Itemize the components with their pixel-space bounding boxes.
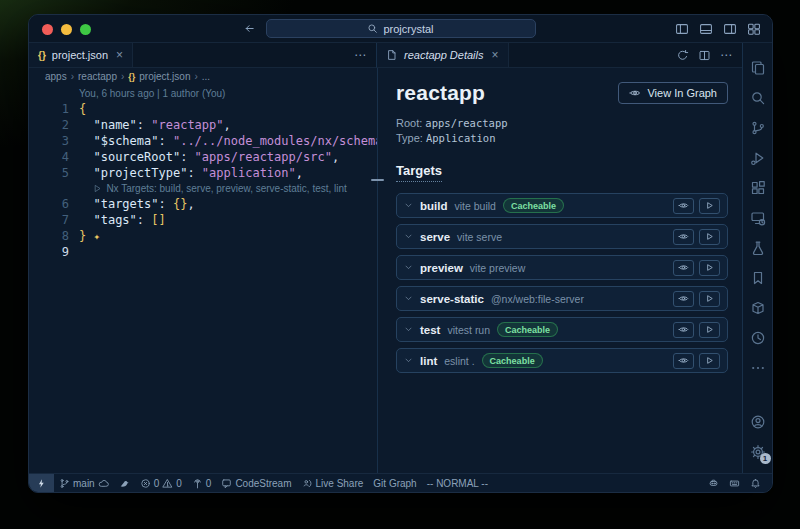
editor-split-divider[interactable] <box>377 68 378 473</box>
run-target-button[interactable] <box>699 260 720 276</box>
run-target-button[interactable] <box>699 229 720 245</box>
target-row-preview[interactable]: previewvite preview <box>396 255 728 280</box>
status-git-graph[interactable]: Git Graph <box>368 474 421 492</box>
status-git-branch[interactable]: main <box>54 474 114 492</box>
breadcrumb-item[interactable]: project.json <box>139 71 190 82</box>
breadcrumb-item[interactable]: apps <box>45 71 67 82</box>
codelens[interactable]: You, 6 hours ago | 1 author (You) <box>79 86 225 101</box>
code-line[interactable]: 1{ <box>29 101 377 117</box>
activity-item-more-views[interactable] <box>743 353 773 383</box>
close-window-button[interactable] <box>42 24 53 35</box>
code-line[interactable]: 9 <box>29 244 377 260</box>
status-keyboard[interactable] <box>724 474 745 492</box>
breadcrumb-item[interactable]: ... <box>202 71 210 82</box>
command-center-search[interactable]: projcrystal <box>266 19 536 38</box>
activity-item-bookmarks[interactable] <box>743 263 773 293</box>
activity-item-settings-gear[interactable]: 1 <box>743 437 773 467</box>
view-in-graph-button[interactable]: View In Graph <box>618 82 728 104</box>
activity-item-nx-console[interactable] <box>743 293 773 323</box>
chevron-down-icon[interactable] <box>404 294 413 303</box>
code-token: "$schema" <box>93 134 158 148</box>
chevron-down-icon[interactable] <box>404 263 413 272</box>
close-icon[interactable]: × <box>492 48 499 62</box>
status-label: Live Share <box>316 478 364 489</box>
eye-icon <box>678 355 689 366</box>
code-line[interactable]: 2 "name": "reactapp", <box>29 117 377 133</box>
refresh-icon[interactable] <box>676 49 689 62</box>
status-live-share[interactable]: Live Share <box>297 474 369 492</box>
breadcrumb-item[interactable]: reactapp <box>78 71 117 82</box>
status-remote-indicator[interactable] <box>29 474 54 492</box>
view-target-button[interactable] <box>673 260 694 276</box>
activity-item-account[interactable] <box>743 407 773 437</box>
activity-item-extensions[interactable] <box>743 173 773 203</box>
close-icon[interactable]: × <box>116 48 123 62</box>
view-target-button[interactable] <box>673 291 694 307</box>
chevron-down-icon[interactable] <box>404 201 413 210</box>
target-row-serve[interactable]: servevite serve <box>396 224 728 249</box>
code-line[interactable]: 5 "projectType": "application", <box>29 165 377 181</box>
sash-handle[interactable] <box>371 179 384 181</box>
target-row-build[interactable]: buildvite buildCacheable <box>396 193 728 218</box>
run-target-button[interactable] <box>699 353 720 369</box>
split-editor-icon[interactable] <box>698 49 711 62</box>
tab-label: project.json <box>52 49 108 61</box>
status-codestream[interactable]: CodeStream <box>216 474 296 492</box>
code-line[interactable]: 8} ✦ <box>29 228 377 244</box>
play-icon <box>704 231 715 242</box>
settings-badge: 1 <box>760 453 771 464</box>
remote-explorer-icon <box>750 210 766 226</box>
more-actions-icon[interactable]: ⋯ <box>345 48 376 62</box>
tab-reactapp-details[interactable]: reactapp Details × <box>377 43 509 67</box>
code-line[interactable]: 7 "tags": [] <box>29 212 377 228</box>
code-line[interactable]: 3 "$schema": "../../node_modules/nx/sche… <box>29 133 377 149</box>
type-value: Application <box>426 132 496 144</box>
layout-sidebar-left-icon[interactable] <box>675 22 689 36</box>
view-target-button[interactable] <box>673 229 694 245</box>
code-token <box>79 134 93 148</box>
activity-item-run-and-debug[interactable] <box>743 143 773 173</box>
layout-panel-icon[interactable] <box>699 22 713 36</box>
target-command: vite preview <box>470 262 525 274</box>
activity-item-remote-explorer[interactable] <box>743 203 773 233</box>
chevron-down-icon[interactable] <box>404 325 413 334</box>
status-copilot[interactable] <box>703 474 724 492</box>
status-problems[interactable]: 00 <box>135 474 187 492</box>
json-file-icon: {} <box>128 72 135 82</box>
view-target-button[interactable] <box>673 353 694 369</box>
target-row-serve-static[interactable]: serve-static@nx/web:file-server <box>396 286 728 311</box>
breadcrumb-separator-icon: › <box>71 71 74 82</box>
chevron-down-icon[interactable] <box>404 356 413 365</box>
code-line[interactable]: 6 "targets": {}, <box>29 196 377 212</box>
status-ports[interactable]: 0 <box>187 474 217 492</box>
chevron-down-icon[interactable] <box>404 232 413 241</box>
status-notifications[interactable] <box>745 474 766 492</box>
view-target-button[interactable] <box>673 198 694 214</box>
zoom-window-button[interactable] <box>80 24 91 35</box>
target-row-test[interactable]: testvitest runCacheable <box>396 317 728 342</box>
codelens[interactable]: Nx Targets: build, serve, preview, serve… <box>79 181 347 196</box>
tab-project-json[interactable]: {} project.json × <box>29 43 133 67</box>
layout-sidebar-right-icon[interactable] <box>723 22 737 36</box>
lightning-icon <box>36 478 47 489</box>
target-command: vite serve <box>457 231 502 243</box>
back-icon[interactable] <box>243 22 256 35</box>
target-row-lint[interactable]: linteslint .Cacheable <box>396 348 728 373</box>
activity-item-testing[interactable] <box>743 233 773 263</box>
run-target-button[interactable] <box>699 322 720 338</box>
activity-item-time-tracker[interactable] <box>743 323 773 353</box>
status-vim-mode[interactable]: -- NORMAL -- <box>422 474 493 492</box>
view-target-button[interactable] <box>673 322 694 338</box>
code-line[interactable]: 4 "sourceRoot": "apps/reactapp/src", <box>29 149 377 165</box>
run-target-button[interactable] <box>699 198 720 214</box>
activity-item-source-control[interactable] <box>743 113 773 143</box>
code-editor[interactable]: apps›reactapp›{}project.json›... You, 6 … <box>29 68 377 473</box>
search-icon <box>750 90 766 106</box>
status-bird-status[interactable] <box>114 474 135 492</box>
layout-grid-icon[interactable] <box>747 22 761 36</box>
minimize-window-button[interactable] <box>61 24 72 35</box>
activity-item-explorer[interactable] <box>743 53 773 83</box>
more-actions-icon[interactable]: ⋯ <box>720 48 733 62</box>
activity-item-search[interactable] <box>743 83 773 113</box>
run-target-button[interactable] <box>699 291 720 307</box>
